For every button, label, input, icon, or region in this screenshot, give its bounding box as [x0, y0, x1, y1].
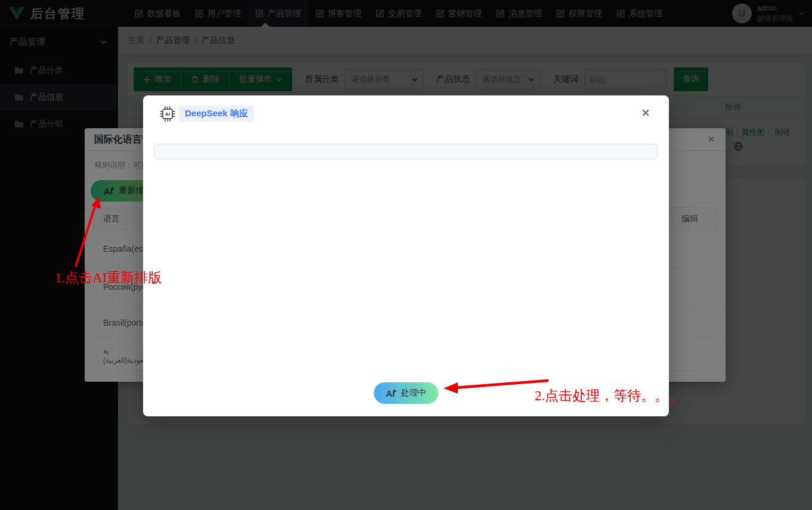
deepseek-response-input[interactable]: [154, 144, 658, 159]
close-icon[interactable]: ×: [638, 105, 653, 120]
deepseek-badge: DeepSeek 响应: [179, 106, 254, 122]
sparkle-icon: ✦: [392, 388, 397, 394]
svg-text:AI: AI: [165, 112, 170, 117]
ai-chip-icon: AI: [159, 106, 176, 122]
process-button-label: 处理中: [401, 388, 426, 398]
ai-button-prefix: Ai✦: [386, 388, 397, 398]
ai-process-button[interactable]: Ai✦ 处理中: [374, 382, 438, 404]
deepseek-response-modal: AI DeepSeek 响应 × Ai✦ 处理中: [143, 95, 669, 416]
screen: 后台管理 数据看板 用户管理 产品管理 博客管理 交易管理: [0, 0, 812, 510]
